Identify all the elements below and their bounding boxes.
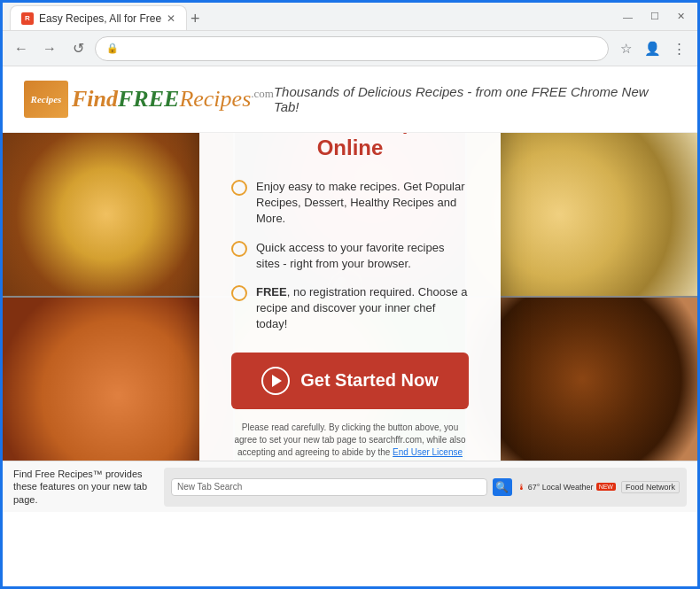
tab-title: Easy Recipes, All for Free: [39, 12, 161, 25]
modal-title: The Best Recipes Online: [231, 133, 469, 161]
bookmark-star-button[interactable]: ☆: [614, 37, 637, 60]
preview-food-network: Food Network: [621, 481, 680, 493]
get-started-button[interactable]: Get Started Now: [231, 353, 469, 409]
back-button[interactable]: ←: [10, 37, 33, 60]
disclaimer-and: and: [278, 460, 293, 461]
logo-free: FREE: [118, 86, 179, 112]
reload-button[interactable]: ↺: [66, 37, 89, 60]
feature-text-3: FREE, no registration required. Choose a…: [256, 284, 469, 333]
minimize-button[interactable]: —: [618, 10, 638, 24]
browser-preview: New Tab Search 🔍 🌡 67° Local Weather NEW…: [164, 468, 687, 507]
feature-item-2: Quick access to your favorite recipes si…: [231, 240, 469, 272]
lock-icon: 🔒: [106, 43, 119, 54]
account-icon: 👤: [644, 41, 661, 57]
preview-weather-text: 67° Local Weather: [528, 483, 594, 492]
modal-box: The Best Recipes Online Enjoy easy to ma…: [199, 133, 501, 461]
logo-book-icon: Recipes: [24, 81, 68, 118]
feature-item-1: Enjoy easy to make recipes. Get Popular …: [231, 179, 469, 228]
play-icon-circle: [261, 367, 290, 395]
logo-com: .com: [251, 87, 274, 100]
menu-icon: ⋮: [673, 41, 686, 57]
logo-recipes: Recipes: [179, 86, 251, 112]
preview-search-placeholder: New Tab Search: [177, 482, 242, 492]
site-header: Recipes FindFREERecipes.com Thousands of…: [3, 66, 697, 133]
tab-close-button[interactable]: ✕: [167, 12, 175, 25]
bullet-circle-3: [231, 285, 247, 301]
feature-text-3-rest: , no registration required. Choose a rec…: [256, 285, 467, 330]
title-bar: R Easy Recipes, All for Free ✕ + — ☐ ✕: [3, 3, 697, 31]
address-input[interactable]: 🔒: [95, 36, 609, 61]
toolbar-icons: ☆ 👤 ⋮: [614, 37, 690, 60]
disclaimer-text: Please read carefully. By clicking the b…: [231, 422, 469, 461]
account-button[interactable]: 👤: [641, 37, 664, 60]
feature-item-3: FREE, no registration required. Choose a…: [231, 284, 469, 333]
back-icon: ←: [14, 41, 28, 57]
modal-overlay: The Best Recipes Online Enjoy easy to ma…: [3, 133, 697, 461]
preview-search-bar: New Tab Search: [171, 478, 487, 496]
reload-icon: ↺: [73, 40, 84, 57]
site-tagline: Thousands of Delicious Recipes - from on…: [274, 84, 676, 114]
menu-button[interactable]: ⋮: [667, 37, 690, 60]
browser-frame: R Easy Recipes, All for Free ✕ + — ☐ ✕ ←…: [0, 0, 700, 589]
logo-find: Find: [72, 86, 118, 112]
forward-icon: →: [43, 41, 57, 57]
close-button[interactable]: ✕: [672, 9, 690, 24]
active-tab[interactable]: R Easy Recipes, All for Free ✕: [10, 5, 187, 30]
website-content: Recipes FindFREERecipes.com Thousands of…: [3, 66, 697, 586]
feature-list: Enjoy easy to make recipes. Get Popular …: [231, 179, 469, 333]
play-triangle-icon: [272, 375, 282, 387]
tab-favicon: R: [21, 12, 34, 25]
address-bar: ← → ↺ 🔒 ☆ 👤 ⋮: [3, 31, 697, 66]
free-bold-label: FREE: [256, 285, 287, 298]
tab-area: R Easy Recipes, All for Free ✕ +: [10, 3, 618, 30]
privacy-link[interactable]: Privacy Policy: [295, 460, 350, 461]
preview-search-button[interactable]: 🔍: [493, 478, 512, 496]
banner-text: Find Free Recipes™ provides these featur…: [13, 468, 155, 506]
weather-new-badge: NEW: [596, 483, 616, 491]
new-tab-button[interactable]: +: [191, 11, 200, 30]
bullet-circle-1: [231, 180, 247, 196]
bullet-circle-2: [231, 241, 247, 257]
feature-text-2: Quick access to your favorite recipes si…: [256, 240, 469, 272]
star-icon: ☆: [620, 41, 632, 57]
feature-text-1: Enjoy easy to make recipes. Get Popular …: [256, 179, 469, 228]
forward-button[interactable]: →: [38, 37, 61, 60]
bottom-banner: Find Free Recipes™ provides these featur…: [3, 461, 697, 512]
preview-weather: 🌡 67° Local Weather NEW: [517, 483, 616, 492]
site-logo: Recipes FindFREERecipes.com: [24, 81, 274, 118]
window-controls: — ☐ ✕: [618, 9, 690, 24]
food-image-grid: 🔍 The Best Recipes Online Enjoy easy to …: [3, 133, 697, 461]
maximize-button[interactable]: ☐: [645, 9, 665, 24]
cta-button-label: Get Started Now: [300, 370, 439, 391]
